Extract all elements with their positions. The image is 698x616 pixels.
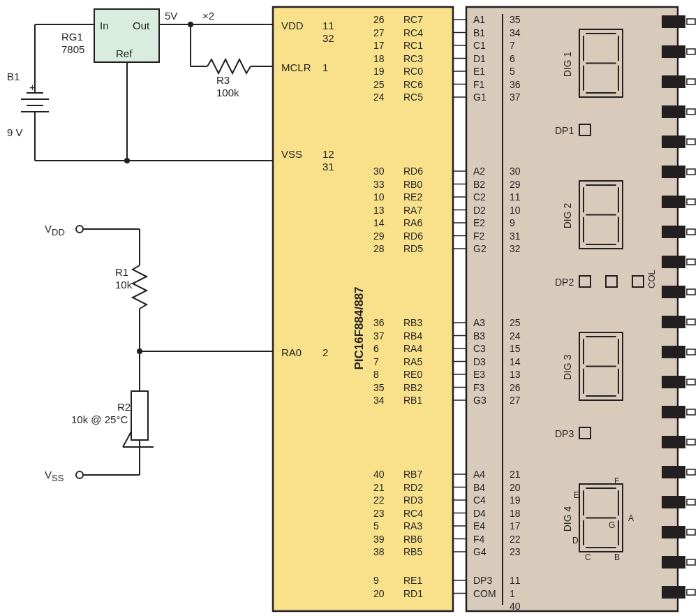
svg-text:DP3: DP3: [555, 428, 574, 439]
svg-text:11: 11: [510, 575, 521, 586]
r2-name: R2: [117, 401, 131, 413]
svg-text:20: 20: [373, 588, 385, 599]
svg-text:31: 31: [510, 230, 521, 242]
svg-text:A4: A4: [473, 469, 485, 480]
reg-out: Out: [133, 20, 150, 31]
svg-rect-258: [662, 226, 685, 238]
svg-text:B3: B3: [473, 330, 485, 342]
svg-text:26: 26: [510, 382, 521, 393]
svg-line-24: [123, 432, 131, 447]
svg-rect-278: [662, 526, 685, 538]
svg-rect-283: [687, 589, 695, 595]
svg-text:14: 14: [510, 356, 521, 367]
svg-text:34: 34: [510, 27, 521, 38]
svg-text:E3: E3: [473, 369, 485, 380]
svg-text:40: 40: [373, 469, 385, 480]
svg-text:26: 26: [373, 14, 385, 25]
svg-text:DIG 1: DIG 1: [562, 52, 573, 78]
svg-text:24: 24: [510, 330, 521, 342]
b1-name: B1: [7, 71, 20, 82]
svg-rect-273: [687, 439, 695, 445]
svg-text:34: 34: [373, 395, 385, 406]
svg-rect-280: [662, 556, 685, 569]
svg-text:C2: C2: [473, 191, 486, 203]
svg-text:33: 33: [373, 179, 385, 190]
svg-text:12: 12: [322, 148, 334, 160]
svg-text:F1: F1: [473, 79, 485, 90]
reg-in: In: [100, 20, 109, 31]
svg-rect-254: [662, 166, 685, 178]
svg-text:24: 24: [373, 91, 385, 103]
svg-text:B1: B1: [473, 27, 485, 38]
svg-text:25: 25: [373, 79, 385, 90]
svg-text:G3: G3: [473, 395, 487, 406]
reg-name: RG1: [61, 31, 83, 43]
svg-text:F: F: [614, 476, 619, 486]
svg-text:E1: E1: [473, 66, 485, 77]
svg-rect-261: [687, 259, 695, 265]
svg-text:2: 2: [322, 346, 328, 358]
svg-rect-257: [687, 199, 695, 205]
r2-value: 10k @ 25°C: [71, 413, 128, 425]
svg-point-16: [76, 226, 83, 233]
svg-text:18: 18: [510, 508, 521, 519]
svg-text:F2: F2: [473, 230, 485, 242]
svg-text:RB6: RB6: [403, 534, 422, 545]
svg-text:31: 31: [322, 161, 334, 173]
svg-text:DIG 3: DIG 3: [562, 355, 573, 381]
svg-text:RB7: RB7: [403, 469, 422, 480]
svg-text:11: 11: [510, 191, 521, 203]
svg-text:27: 27: [373, 27, 385, 38]
svg-text:RA0: RA0: [281, 346, 302, 358]
svg-text:RD6: RD6: [403, 230, 423, 242]
svg-text:37: 37: [510, 91, 521, 103]
svg-text:RD6: RD6: [403, 166, 423, 177]
svg-text:VSS: VSS: [281, 148, 302, 160]
svg-rect-276: [662, 496, 685, 508]
svg-text:E4: E4: [473, 520, 485, 531]
svg-text:9: 9: [373, 575, 379, 586]
svg-text:21: 21: [510, 469, 521, 480]
svg-rect-260: [662, 256, 685, 268]
svg-rect-264: [662, 316, 685, 328]
svg-rect-277: [687, 499, 695, 505]
svg-rect-244: [662, 15, 685, 28]
svg-rect-270: [662, 406, 685, 418]
svg-text:35: 35: [510, 14, 521, 25]
svg-text:RD5: RD5: [403, 243, 423, 254]
svg-text:5: 5: [373, 520, 379, 531]
svg-text:RC7: RC7: [403, 14, 423, 25]
svg-rect-247: [687, 49, 695, 54]
svg-text:RA5: RA5: [403, 356, 422, 367]
svg-text:C: C: [585, 552, 591, 562]
svg-text:E2: E2: [473, 217, 485, 228]
svg-text:G: G: [609, 520, 615, 530]
svg-rect-271: [687, 409, 695, 415]
svg-text:VDD: VDD: [45, 223, 65, 237]
svg-rect-268: [662, 376, 685, 388]
svg-text:C1: C1: [473, 40, 486, 51]
svg-text:RD2: RD2: [403, 482, 423, 493]
svg-text:DP3: DP3: [473, 575, 492, 586]
svg-text:5: 5: [510, 66, 515, 77]
svg-text:23: 23: [510, 546, 521, 557]
svg-text:RA7: RA7: [403, 205, 422, 216]
svg-text:D4: D4: [473, 508, 486, 519]
b1-value: 9 V: [7, 126, 23, 138]
svg-text:19: 19: [510, 494, 521, 506]
svg-rect-245: [687, 19, 695, 24]
svg-rect-262: [662, 286, 685, 298]
svg-text:7: 7: [510, 40, 515, 51]
svg-text:B4: B4: [473, 482, 485, 493]
svg-text:D: D: [572, 536, 579, 545]
svg-text:14: 14: [373, 217, 385, 228]
svg-rect-281: [687, 559, 695, 565]
svg-rect-246: [662, 45, 685, 58]
svg-text:10: 10: [510, 205, 521, 216]
sensor-divider: VDD R1 10k R2 10k @ 25°C VSS: [45, 223, 273, 483]
schematic: In Out Ref 5V ×2 RG1 7805 PIC16F884/887 …: [0, 0, 698, 616]
svg-text:RB1: RB1: [403, 395, 422, 406]
svg-text:7: 7: [373, 356, 379, 367]
svg-rect-252: [662, 135, 685, 148]
svg-rect-249: [687, 79, 695, 85]
